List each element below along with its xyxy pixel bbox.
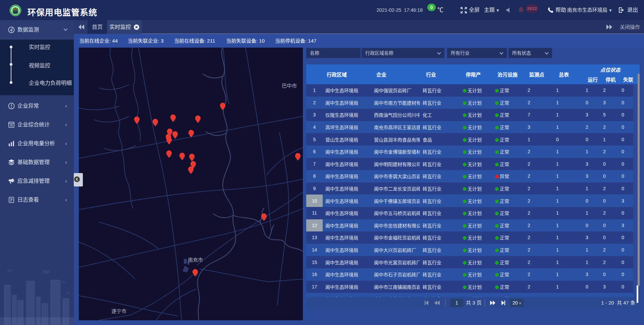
svg-text:遂宁市: 遂宁市 bbox=[111, 308, 126, 314]
svg-text:南充市: 南充市 bbox=[188, 257, 203, 263]
svg-text:巴中市: 巴中市 bbox=[282, 83, 297, 89]
